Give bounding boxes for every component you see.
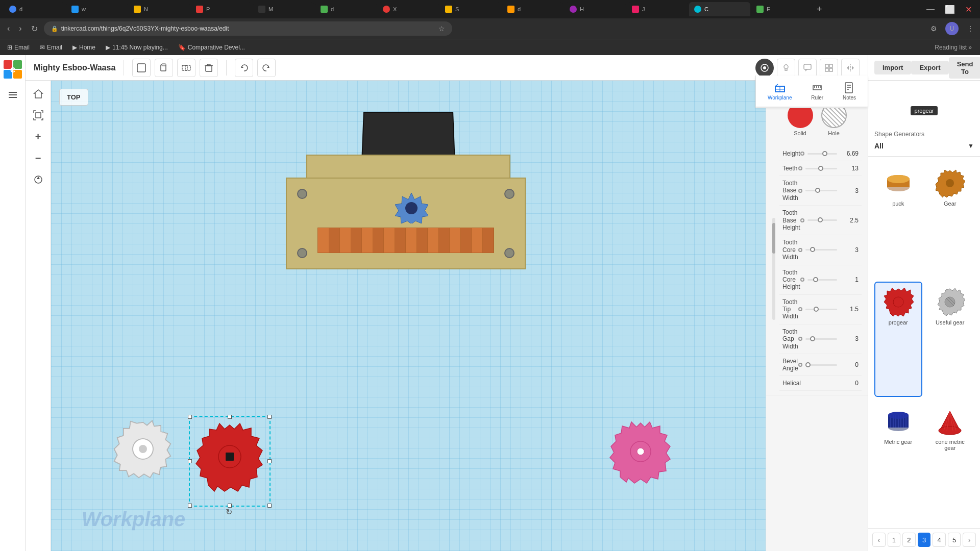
menu-button[interactable]: ⋮	[965, 22, 976, 35]
slider-thumb-tcw[interactable]	[810, 247, 815, 252]
slider-tcw[interactable]	[805, 249, 837, 251]
group-button[interactable]	[177, 59, 195, 77]
handle-tl[interactable]	[188, 415, 192, 419]
slider-tbh[interactable]	[807, 219, 837, 221]
prop-dot-tbw[interactable]	[798, 189, 802, 193]
tab-6[interactable]: d	[315, 2, 377, 16]
page-1-button[interactable]: 1	[888, 533, 901, 547]
page-4-button[interactable]: 4	[933, 533, 946, 547]
slider-bevel[interactable]	[805, 364, 837, 366]
tab-7[interactable]: X	[378, 2, 439, 16]
send-to-button[interactable]: Send To	[949, 57, 980, 79]
refresh-button[interactable]: ↻	[28, 22, 41, 36]
shape-gen-filter[interactable]: All ▼	[874, 140, 974, 152]
main-viewport[interactable]: TOP Workplane	[51, 81, 766, 551]
prop-dot-tbh[interactable]	[800, 218, 804, 222]
prev-page-button[interactable]: ‹	[872, 533, 886, 547]
pink-gear[interactable]	[607, 418, 674, 485]
prop-dot-ttw[interactable]	[798, 307, 802, 311]
slider-thumb-ttw[interactable]	[814, 307, 819, 312]
rotate-handle[interactable]: ↻	[226, 507, 232, 517]
tab-4[interactable]: P	[191, 2, 252, 16]
prop-dot-teeth[interactable]	[798, 166, 802, 170]
grid-button[interactable]	[820, 59, 838, 77]
prop-dot-tch[interactable]	[800, 278, 804, 282]
zoom-out-button[interactable]: −	[29, 149, 47, 167]
slider-tgw[interactable]	[805, 338, 837, 340]
paste-button[interactable]	[155, 59, 173, 77]
slider-ttw[interactable]	[805, 309, 837, 310]
shape-item-progear[interactable]: progear progear	[874, 282, 922, 396]
profile-button[interactable]: U	[943, 20, 961, 37]
bookmark-home[interactable]: ▶ Home	[69, 43, 99, 52]
light-button[interactable]	[777, 59, 795, 77]
prop-dot-tgw[interactable]	[798, 337, 802, 341]
forward-button[interactable]: ›	[16, 22, 24, 35]
slider-thumb[interactable]	[822, 151, 827, 156]
tab-2[interactable]: w	[66, 2, 128, 16]
notes-tab[interactable]: Notes	[839, 80, 860, 103]
redo-button[interactable]	[257, 59, 276, 77]
handle-bl[interactable]	[188, 504, 192, 508]
tab-13[interactable]: E	[751, 2, 813, 16]
restore-button[interactable]: ⬜	[941, 5, 959, 14]
page-3-button[interactable]: 3	[918, 533, 931, 547]
bookmark-comparative[interactable]: 🔖 Comparative Devel...	[175, 43, 248, 52]
slider-thumb-teeth[interactable]	[818, 166, 823, 171]
camera-button[interactable]	[755, 59, 774, 77]
tab-5[interactable]: M	[253, 2, 314, 16]
minimize-button[interactable]: —	[922, 5, 939, 14]
slider-thumb-tch[interactable]	[813, 277, 818, 282]
undo-button[interactable]	[235, 59, 253, 77]
handle-tm[interactable]	[228, 415, 232, 419]
comment-button[interactable]	[798, 59, 817, 77]
import-button[interactable]: Import	[874, 61, 911, 74]
reset-view-button[interactable]	[29, 170, 47, 189]
export-button[interactable]: Export	[911, 61, 948, 74]
zoom-in-button[interactable]: +	[29, 128, 47, 146]
home-view-button[interactable]	[29, 85, 47, 103]
handle-br[interactable]	[267, 504, 272, 508]
tab-11[interactable]: J	[627, 2, 688, 16]
red-gear-selected[interactable]: ↻	[194, 421, 265, 492]
handle-rm[interactable]	[267, 459, 272, 463]
add-shape-button[interactable]	[132, 59, 151, 77]
close-button[interactable]: ✕	[961, 5, 976, 14]
delete-button[interactable]	[200, 59, 218, 77]
tab-10[interactable]: H	[565, 2, 626, 16]
prop-dot-height[interactable]	[800, 152, 804, 156]
ruler-tab[interactable]: Ruler	[807, 80, 827, 103]
bookmark-apps[interactable]: ⊞ Email	[4, 43, 33, 52]
address-input[interactable]: 🔒 tinkercad.com/things/6q2Vc50S3YX-might…	[44, 21, 452, 36]
slider-teeth[interactable]	[805, 168, 837, 169]
bookmark-email[interactable]: ✉ Email	[37, 43, 65, 52]
tab-12-active[interactable]: C	[689, 2, 750, 16]
slider-tbw[interactable]	[805, 190, 837, 191]
page-5-button[interactable]: 5	[948, 533, 961, 547]
shape-item-puck[interactable]: puck	[874, 163, 922, 278]
slider-height[interactable]	[807, 153, 837, 155]
gray-gear[interactable]	[112, 418, 174, 480]
mirror-button[interactable]	[841, 59, 860, 77]
shape-item-cone-metric-gear[interactable]: cone metric gear	[926, 401, 974, 522]
shape-item-gear[interactable]: Gear	[926, 163, 974, 278]
slider-thumb-tbw[interactable]	[815, 188, 820, 193]
slider-thumb-tgw[interactable]	[810, 336, 815, 341]
shape-item-metric-gear[interactable]: Metric gear	[874, 401, 922, 522]
prop-dot-bevel[interactable]	[798, 363, 802, 367]
scroll-thumb[interactable]	[772, 223, 775, 254]
tab-9[interactable]: d	[502, 2, 564, 16]
new-tab-button[interactable]: +	[814, 4, 825, 15]
slider-thumb-tbh[interactable]	[818, 217, 823, 222]
tab-3[interactable]: N	[129, 2, 190, 16]
fit-view-button[interactable]	[29, 106, 47, 124]
bookmark-button[interactable]: ☆	[438, 24, 445, 33]
workplane-tab[interactable]: Workplane	[764, 80, 796, 103]
reading-list-btn[interactable]: Reading list »	[930, 44, 976, 51]
tab-1[interactable]: d	[4, 2, 65, 16]
bookmark-playing[interactable]: ▶ 11:45 Now playing...	[103, 43, 171, 52]
shape-item-useful-gear[interactable]: Useful gear	[926, 282, 974, 396]
handle-lm[interactable]	[188, 459, 192, 463]
tinkercad-logo[interactable]: C	[3, 59, 23, 80]
page-2-button[interactable]: 2	[902, 533, 916, 547]
